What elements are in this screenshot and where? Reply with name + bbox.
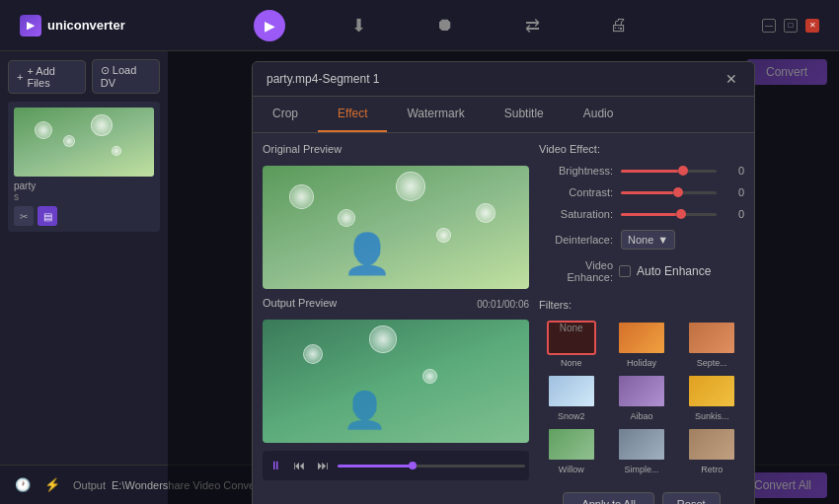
filter-sept-image [689, 323, 734, 353]
bubble [338, 209, 355, 227]
modal-body: Original Preview 👤 [253, 133, 754, 504]
minimize-button[interactable]: — [762, 19, 776, 33]
filter-aibao[interactable]: Aibao [609, 374, 673, 421]
original-preview-image: 👤 [263, 166, 529, 289]
forward-button[interactable]: ⏭ [314, 457, 332, 474]
filter-simple-thumb [617, 427, 666, 462]
saturation-value: 0 [725, 208, 744, 220]
bubble [476, 203, 496, 223]
window-controls: — □ ✕ [762, 19, 819, 33]
reset-button[interactable]: Reset [662, 492, 721, 504]
filter-retro[interactable]: Retro [680, 427, 744, 474]
brightness-track [621, 170, 717, 173]
nav-toolbox-icon[interactable]: 🖨 [605, 12, 633, 39]
filter-retro-image [689, 429, 734, 460]
load-dv-button[interactable]: ⊙ Load DV [92, 59, 160, 94]
filter-none-label: None [549, 323, 594, 333]
tab-audio[interactable]: Audio [564, 97, 634, 132]
nav-download-icon[interactable]: ⬇ [344, 12, 372, 39]
modal-title: party.mp4-Segment 1 [267, 72, 380, 86]
contrast-track [621, 191, 717, 194]
file-short: s [14, 191, 154, 202]
saturation-thumb [676, 209, 686, 219]
brightness-slider[interactable] [621, 165, 717, 177]
progress-dot [409, 462, 417, 469]
filter-holiday-image [619, 323, 664, 353]
tab-watermark[interactable]: Watermark [387, 97, 484, 132]
tab-subtitle[interactable]: Subtitle [485, 97, 564, 132]
filter-simple-label: Simple... [624, 465, 658, 474]
video-enhance-label: Video Enhance: [539, 259, 613, 283]
tab-effect[interactable]: Effect [318, 97, 387, 132]
file-name: party [14, 180, 154, 191]
plus-icon: + [17, 71, 23, 83]
nav-transfer-icon[interactable]: ⇄ [518, 12, 546, 39]
filter-snow2[interactable]: Snow2 [539, 374, 603, 421]
tab-crop[interactable]: Crop [253, 97, 318, 132]
filter-willow[interactable]: Willow [539, 427, 603, 474]
rewind-button[interactable]: ⏮ [290, 457, 308, 474]
video-effect-title: Video Effect: [539, 143, 744, 155]
add-files-button[interactable]: + + Add Files [8, 60, 86, 94]
deinterlace-select[interactable]: None ▼ [621, 230, 675, 250]
nav-record-icon[interactable]: ⏺ [431, 12, 459, 39]
filter-snow-image [549, 376, 594, 406]
filter-snow-label: Snow2 [558, 411, 585, 421]
filter-holiday-thumb [617, 321, 666, 355]
saturation-row: Saturation: 0 [539, 208, 744, 220]
apply-to-all-button[interactable]: Apply to All [563, 492, 653, 504]
bottom-icons: 🕐 ⚡ [12, 474, 63, 496]
filter-willow-thumb [547, 427, 596, 462]
modal-close-button[interactable]: ✕ [723, 70, 740, 88]
auto-enhance-label: Auto Enhance [637, 264, 711, 278]
close-button[interactable]: ✕ [805, 19, 819, 33]
bubble [369, 325, 397, 353]
bubble [422, 369, 437, 384]
filter-september[interactable]: Septe... [680, 321, 744, 368]
filter-retro-label: Retro [701, 465, 723, 474]
bubble [35, 121, 52, 139]
top-nav: ▶ ⬇ ⏺ ⇄ 🖨 [125, 10, 762, 41]
output-label-row: Output Preview 00:01/00:06 [263, 297, 529, 312]
bubble [303, 344, 323, 364]
output-label: Output [73, 479, 106, 491]
bubbles-decoration [14, 108, 154, 177]
filter-sunkissed[interactable]: Sunkis... [680, 374, 744, 421]
saturation-fill [621, 213, 676, 216]
progress-fill [338, 465, 413, 468]
brightness-fill [621, 170, 678, 173]
person-silhouette: 👤 [343, 231, 392, 277]
nav-convert-icon[interactable]: ▶ [254, 10, 285, 41]
scissors-icon[interactable]: ✂ [14, 206, 34, 226]
bubble [436, 228, 451, 243]
bubble [91, 114, 113, 136]
main-content: + + Add Files ⊙ Load DV party [0, 51, 839, 504]
bubble [289, 184, 314, 209]
filter-simple[interactable]: Simple... [609, 427, 673, 474]
lightning-icon[interactable]: ⚡ [41, 474, 63, 496]
deinterlace-row: Deinterlace: None ▼ [539, 230, 744, 250]
contrast-label: Contrast: [539, 186, 613, 198]
brightness-label: Brightness: [539, 165, 613, 177]
filter-retro-thumb [687, 427, 736, 462]
filter-sunkis-image [689, 376, 734, 406]
maximize-button[interactable]: □ [784, 19, 798, 33]
saturation-slider[interactable] [621, 208, 717, 220]
filters-grid: None None Holiday [539, 321, 744, 474]
filter-holiday-label: Holiday [627, 358, 656, 368]
progress-bar[interactable] [338, 465, 525, 468]
contrast-slider[interactable] [621, 186, 717, 198]
clock-icon[interactable]: 🕐 [12, 474, 34, 496]
pause-button[interactable]: ⏸ [267, 457, 284, 474]
filter-holiday[interactable]: Holiday [609, 321, 673, 368]
output-preview-box: 👤 [263, 320, 529, 443]
filter-willow-image [549, 429, 594, 460]
effect-modal: party.mp4-Segment 1 ✕ Crop Effect Waterm… [252, 61, 755, 504]
auto-enhance-checkbox[interactable] [619, 265, 631, 277]
thumb-image [14, 108, 154, 177]
filter-none[interactable]: None None [539, 321, 603, 368]
settings-icon[interactable]: ▤ [38, 206, 57, 226]
bubble [63, 135, 75, 147]
filter-sept-thumb [687, 321, 736, 355]
filter-sept-label: Septe... [697, 358, 727, 368]
